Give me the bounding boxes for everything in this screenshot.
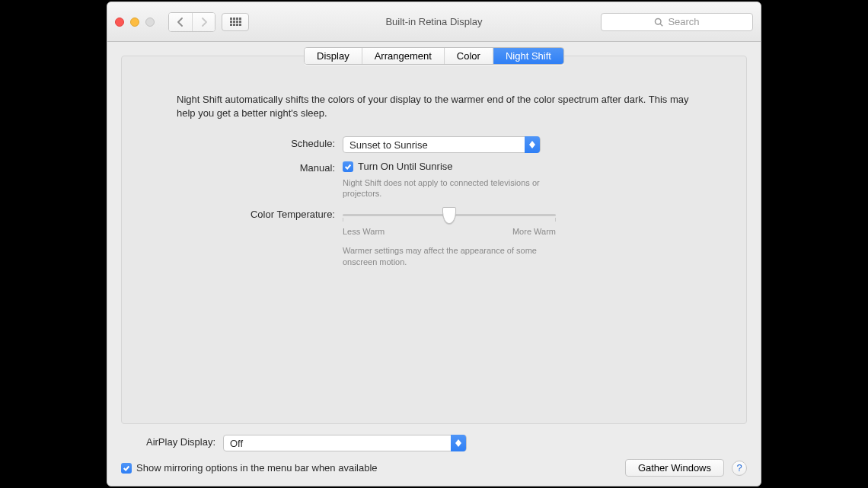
tab-color[interactable]: Color bbox=[444, 48, 493, 64]
airplay-value: Off bbox=[224, 438, 243, 449]
tab-arrangement[interactable]: Arrangement bbox=[362, 48, 444, 64]
gather-windows-button[interactable]: Gather Windows bbox=[625, 459, 724, 477]
airplay-select[interactable]: Off bbox=[223, 435, 467, 451]
manual-label: Manual: bbox=[122, 161, 343, 174]
svg-line-1 bbox=[661, 24, 663, 26]
svg-point-0 bbox=[656, 18, 662, 24]
color-temp-hint: Warmer settings may affect the appearanc… bbox=[343, 245, 556, 268]
manual-hint: Night Shift does not apply to connected … bbox=[343, 177, 563, 200]
help-button[interactable]: ? bbox=[732, 461, 747, 476]
back-button[interactable] bbox=[169, 13, 192, 31]
schedule-select[interactable]: Sunset to Sunrise bbox=[343, 136, 541, 153]
minimize-window-button[interactable] bbox=[130, 18, 139, 27]
settings-panel: Display Arrangement Color Night Shift Ni… bbox=[121, 56, 747, 424]
updown-arrows-icon bbox=[451, 435, 466, 451]
bottom-area: AirPlay Display: Off Sho bbox=[121, 424, 747, 477]
zoom-window-button bbox=[145, 18, 155, 27]
slider-min-label: Less Warm bbox=[343, 227, 385, 236]
nav-back-forward bbox=[168, 12, 215, 32]
color-temp-label: Color Temperature: bbox=[122, 207, 343, 220]
titlebar: Built-in Retina Display Search bbox=[107, 2, 761, 42]
traffic-lights bbox=[115, 18, 155, 27]
search-field[interactable]: Search bbox=[601, 13, 753, 31]
night-shift-description: Night Shift automatically shifts the col… bbox=[177, 93, 691, 120]
manual-checkbox-label: Turn On Until Sunrise bbox=[358, 161, 453, 172]
color-temp-slider[interactable] bbox=[343, 207, 556, 222]
show-all-button[interactable] bbox=[222, 13, 249, 31]
schedule-value: Sunset to Sunrise bbox=[343, 139, 428, 151]
color-temp-row: Color Temperature: Less Warm More Warm bbox=[122, 207, 746, 268]
mirroring-checkbox-label: Show mirroring options in the menu bar w… bbox=[136, 462, 378, 474]
airplay-label: AirPlay Display: bbox=[121, 435, 223, 448]
schedule-row: Schedule: Sunset to Sunrise bbox=[122, 136, 746, 153]
updown-arrows-icon bbox=[525, 136, 540, 153]
forward-button bbox=[192, 13, 215, 31]
window-body: Display Arrangement Color Night Shift Ni… bbox=[107, 42, 761, 486]
search-placeholder: Search bbox=[668, 16, 699, 27]
airplay-row: AirPlay Display: Off bbox=[121, 435, 747, 451]
preferences-window: Built-in Retina Display Search Display A… bbox=[107, 2, 761, 486]
manual-checkbox[interactable]: Turn On Until Sunrise bbox=[343, 161, 453, 172]
tab-night-shift[interactable]: Night Shift bbox=[493, 48, 563, 64]
checkbox-checked-icon bbox=[121, 463, 132, 474]
grid-icon bbox=[230, 18, 241, 26]
tab-bar: Display Arrangement Color Night Shift bbox=[304, 47, 564, 65]
slider-thumb[interactable] bbox=[442, 207, 456, 224]
close-window-button[interactable] bbox=[115, 18, 124, 27]
slider-max-label: More Warm bbox=[512, 227, 556, 236]
search-icon bbox=[654, 18, 663, 27]
manual-row: Manual: Turn On Until Sunrise Night Shif… bbox=[122, 161, 746, 199]
checkbox-checked-icon bbox=[343, 161, 353, 172]
mirroring-checkbox[interactable]: Show mirroring options in the menu bar w… bbox=[121, 462, 378, 474]
footer: Show mirroring options in the menu bar w… bbox=[121, 459, 747, 477]
tab-display[interactable]: Display bbox=[305, 48, 362, 64]
schedule-label: Schedule: bbox=[122, 136, 343, 149]
